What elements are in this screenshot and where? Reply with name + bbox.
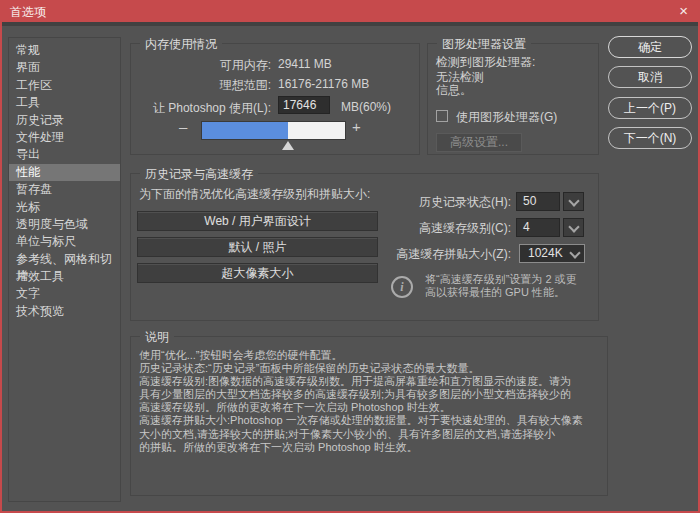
detected-gpu-label: 检测到图形处理器: xyxy=(436,54,535,71)
detected-gpu-value: 无法检测 信息。 xyxy=(436,71,484,97)
preset-huge-pixels-button[interactable]: 超大像素大小 xyxy=(137,263,378,283)
description-group-title: 说明 xyxy=(140,329,174,346)
use-gpu-checkbox[interactable] xyxy=(436,110,448,122)
info-icon: i xyxy=(391,276,413,298)
gpu-performance-note: 将“高速缓存级别”设置为 2 或更 高以获得最佳的 GPU 性能。 xyxy=(425,273,605,299)
memory-usage-group: 内存使用情况 可用内存: 29411 MB 理想范围: 16176-21176 … xyxy=(130,43,420,155)
sidebar-item-history-log[interactable]: 历史记录 xyxy=(9,112,120,129)
memory-usage-input[interactable] xyxy=(278,96,330,114)
memory-usage-suffix: MB(60%) xyxy=(341,100,391,114)
description-group: 说明 使用“优化...”按钮时会考虑您的硬件配置。 历史记录状态:“历史记录”面… xyxy=(130,336,608,496)
slider-increase-button[interactable]: + xyxy=(352,118,361,135)
memory-group-title: 内存使用情况 xyxy=(140,36,222,53)
prev-button[interactable]: 上一个(P) xyxy=(608,97,692,119)
dialog-title: 首选项 xyxy=(10,4,46,21)
gpu-group-title: 图形处理器设置 xyxy=(437,36,531,53)
cache-levels-label: 高速缓存级别(C): xyxy=(306,220,511,237)
advanced-settings-button: 高级设置... xyxy=(436,133,522,152)
sidebar-item-export[interactable]: 导出 xyxy=(9,146,120,163)
sidebar-item-file-handling[interactable]: 文件处理 xyxy=(9,129,120,146)
sidebar-item-scratch-disks[interactable]: 暂存盘 xyxy=(9,181,120,198)
titlebar[interactable]: 首选项 × xyxy=(2,0,698,22)
ideal-range-value: 16176-21176 MB xyxy=(278,77,369,91)
close-icon[interactable]: × xyxy=(679,2,688,19)
chevron-down-icon xyxy=(568,221,579,232)
let-photoshop-use-label: 让 Photoshop 使用(L): xyxy=(131,100,271,117)
sidebar-item-transparency-gamut[interactable]: 透明度与色域 xyxy=(9,216,120,233)
preferences-nav: 常规 界面 工作区 工具 历史记录 文件处理 导出 性能 暂存盘 光标 透明度与… xyxy=(8,37,121,502)
cache-tile-size-select[interactable]: 1024K xyxy=(519,244,585,263)
sidebar-item-performance[interactable]: 性能 xyxy=(9,164,120,181)
slider-decrease-button[interactable]: – xyxy=(179,118,187,135)
titlebar-shadow xyxy=(2,22,698,26)
next-button[interactable]: 下一个(N) xyxy=(608,127,692,149)
sidebar-item-type[interactable]: 文字 xyxy=(9,285,120,302)
sidebar-item-general[interactable]: 常规 xyxy=(9,42,120,59)
ideal-range-label: 理想范围: xyxy=(131,77,271,94)
sidebar-item-guides-grid-slices[interactable]: 参考线、网格和切片 xyxy=(9,251,120,268)
sidebar-item-plugins[interactable]: 增效工具 xyxy=(9,268,120,285)
chevron-down-icon xyxy=(569,247,580,258)
sidebar-item-tools[interactable]: 工具 xyxy=(9,94,120,111)
description-text: 使用“优化...”按钮时会考虑您的硬件配置。 历史记录状态:“历史记录”面板中所… xyxy=(139,349,601,454)
memory-slider[interactable] xyxy=(201,121,346,140)
chevron-down-icon xyxy=(568,195,579,206)
cache-levels-dropdown-button[interactable] xyxy=(563,218,584,237)
cancel-button[interactable]: 取消 xyxy=(608,66,692,88)
sidebar-item-workspace[interactable]: 工作区 xyxy=(9,77,120,94)
history-states-dropdown-button[interactable] xyxy=(563,192,584,211)
cache-tile-size-value: 1024K xyxy=(528,246,563,260)
graphics-processor-group: 图形处理器设置 检测到图形处理器: 无法检测 信息。 使用图形处理器(G) 高级… xyxy=(427,43,599,155)
sidebar-item-cursors[interactable]: 光标 xyxy=(9,199,120,216)
ok-button[interactable]: 确定 xyxy=(608,36,692,58)
use-gpu-label[interactable]: 使用图形处理器(G) xyxy=(456,109,557,126)
cache-tile-size-label: 高速缓存拼贴大小(Z): xyxy=(306,246,511,263)
memory-slider-fill xyxy=(202,122,288,139)
available-ram-label: 可用内存: xyxy=(131,57,271,74)
cache-levels-field[interactable]: 4 xyxy=(516,218,560,237)
memory-slider-thumb[interactable] xyxy=(282,141,294,150)
sidebar-item-technology-previews[interactable]: 技术预览 xyxy=(9,303,120,320)
sidebar-item-units-rulers[interactable]: 单位与标尺 xyxy=(9,233,120,250)
sidebar-item-interface[interactable]: 界面 xyxy=(9,59,120,76)
history-cache-group: 历史记录与高速缓存 为下面的情况优化高速缓存级别和拼贴大小: Web / 用户界… xyxy=(130,173,599,321)
available-ram-value: 29411 MB xyxy=(278,57,332,71)
history-cache-group-title: 历史记录与高速缓存 xyxy=(140,166,258,183)
history-states-field[interactable]: 50 xyxy=(516,192,560,211)
preferences-dialog: 首选项 × 常规 界面 工作区 工具 历史记录 文件处理 导出 性能 暂存盘 光… xyxy=(0,0,700,513)
history-states-label: 历史记录状态(H): xyxy=(306,194,511,211)
